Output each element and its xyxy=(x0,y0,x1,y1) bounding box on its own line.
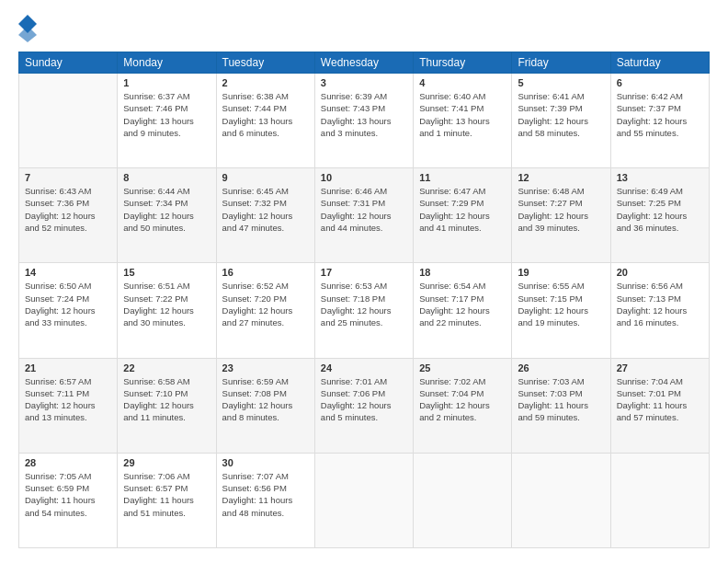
day-number: 5 xyxy=(518,77,604,88)
calendar-day-cell: 21Sunrise: 6:57 AMSunset: 7:11 PMDayligh… xyxy=(19,358,118,453)
day-number: 22 xyxy=(123,362,210,373)
calendar-header-row: SundayMondayTuesdayWednesdayThursdayFrid… xyxy=(19,52,710,74)
day-info: Sunrise: 6:57 AMSunset: 7:11 PMDaylight:… xyxy=(25,375,111,424)
day-info: Sunrise: 6:52 AMSunset: 7:20 PMDaylight:… xyxy=(222,280,309,328)
day-info: Sunrise: 6:43 AMSunset: 7:36 PMDaylight:… xyxy=(25,185,111,234)
day-number: 14 xyxy=(25,267,111,278)
logo xyxy=(18,15,40,42)
calendar-day-cell: 10Sunrise: 6:46 AMSunset: 7:31 PMDayligh… xyxy=(314,168,413,263)
day-info: Sunrise: 6:58 AMSunset: 7:10 PMDaylight:… xyxy=(123,375,210,424)
calendar-day-cell: 25Sunrise: 7:02 AMSunset: 7:04 PMDayligh… xyxy=(414,358,512,453)
day-info: Sunrise: 6:53 AMSunset: 7:18 PMDaylight:… xyxy=(321,280,407,328)
calendar-day-cell: 2Sunrise: 6:38 AMSunset: 7:44 PMDaylight… xyxy=(216,74,314,168)
calendar-day-cell xyxy=(512,453,610,547)
calendar-day-cell: 9Sunrise: 6:45 AMSunset: 7:32 PMDaylight… xyxy=(216,168,314,263)
day-number: 2 xyxy=(222,77,309,88)
day-info: Sunrise: 6:49 AMSunset: 7:25 PMDaylight:… xyxy=(617,185,703,234)
day-info: Sunrise: 7:01 AMSunset: 7:06 PMDaylight:… xyxy=(321,375,407,424)
day-info: Sunrise: 6:51 AMSunset: 7:22 PMDaylight:… xyxy=(123,280,210,328)
calendar-week-row: 14Sunrise: 6:50 AMSunset: 7:24 PMDayligh… xyxy=(19,263,710,358)
day-info: Sunrise: 6:55 AMSunset: 7:15 PMDaylight:… xyxy=(518,280,604,328)
calendar-day-cell xyxy=(19,74,118,168)
day-number: 27 xyxy=(617,362,703,373)
day-number: 12 xyxy=(518,172,604,183)
calendar-day-header: Monday xyxy=(118,52,216,74)
day-number: 16 xyxy=(222,267,309,278)
svg-marker-1 xyxy=(18,26,37,42)
day-number: 8 xyxy=(123,172,210,183)
calendar-day-cell: 7Sunrise: 6:43 AMSunset: 7:36 PMDaylight… xyxy=(19,168,118,263)
calendar-day-cell: 12Sunrise: 6:48 AMSunset: 7:27 PMDayligh… xyxy=(512,168,610,263)
calendar-table: SundayMondayTuesdayWednesdayThursdayFrid… xyxy=(18,52,710,548)
day-number: 1 xyxy=(123,77,210,88)
calendar-day-cell: 14Sunrise: 6:50 AMSunset: 7:24 PMDayligh… xyxy=(19,263,118,358)
calendar-day-cell: 29Sunrise: 7:06 AMSunset: 6:57 PMDayligh… xyxy=(118,453,216,547)
day-number: 30 xyxy=(222,457,309,468)
day-info: Sunrise: 6:39 AMSunset: 7:43 PMDaylight:… xyxy=(321,90,407,139)
calendar-day-cell: 5Sunrise: 6:41 AMSunset: 7:39 PMDaylight… xyxy=(512,74,610,168)
calendar-day-header: Tuesday xyxy=(216,52,314,74)
day-info: Sunrise: 7:05 AMSunset: 6:59 PMDaylight:… xyxy=(25,470,111,519)
calendar-day-header: Thursday xyxy=(414,52,512,74)
day-info: Sunrise: 6:42 AMSunset: 7:37 PMDaylight:… xyxy=(617,90,703,139)
day-number: 10 xyxy=(321,172,407,183)
calendar-day-cell: 28Sunrise: 7:05 AMSunset: 6:59 PMDayligh… xyxy=(19,453,118,547)
day-number: 4 xyxy=(419,77,506,88)
calendar-day-cell: 24Sunrise: 7:01 AMSunset: 7:06 PMDayligh… xyxy=(314,358,413,453)
calendar-week-row: 28Sunrise: 7:05 AMSunset: 6:59 PMDayligh… xyxy=(19,453,710,547)
calendar-day-cell: 19Sunrise: 6:55 AMSunset: 7:15 PMDayligh… xyxy=(512,263,610,358)
day-info: Sunrise: 6:59 AMSunset: 7:08 PMDaylight:… xyxy=(222,375,309,424)
day-number: 21 xyxy=(25,362,111,373)
calendar-day-cell: 17Sunrise: 6:53 AMSunset: 7:18 PMDayligh… xyxy=(314,263,413,358)
day-number: 6 xyxy=(617,77,703,88)
day-number: 29 xyxy=(123,457,210,468)
day-info: Sunrise: 7:03 AMSunset: 7:03 PMDaylight:… xyxy=(518,375,604,424)
calendar-week-row: 1Sunrise: 6:37 AMSunset: 7:46 PMDaylight… xyxy=(19,74,710,168)
day-number: 7 xyxy=(25,172,111,183)
logo-icon xyxy=(18,15,37,42)
day-number: 28 xyxy=(25,457,111,468)
day-info: Sunrise: 7:02 AMSunset: 7:04 PMDaylight:… xyxy=(419,375,506,424)
calendar-day-cell: 1Sunrise: 6:37 AMSunset: 7:46 PMDaylight… xyxy=(118,74,216,168)
day-info: Sunrise: 6:44 AMSunset: 7:34 PMDaylight:… xyxy=(123,185,210,234)
day-info: Sunrise: 7:04 AMSunset: 7:01 PMDaylight:… xyxy=(617,375,703,424)
day-info: Sunrise: 6:46 AMSunset: 7:31 PMDaylight:… xyxy=(321,185,407,234)
calendar-day-cell: 8Sunrise: 6:44 AMSunset: 7:34 PMDaylight… xyxy=(118,168,216,263)
day-info: Sunrise: 6:48 AMSunset: 7:27 PMDaylight:… xyxy=(518,185,604,234)
calendar-day-cell: 26Sunrise: 7:03 AMSunset: 7:03 PMDayligh… xyxy=(512,358,610,453)
calendar-day-cell: 11Sunrise: 6:47 AMSunset: 7:29 PMDayligh… xyxy=(414,168,512,263)
calendar-day-cell: 30Sunrise: 7:07 AMSunset: 6:56 PMDayligh… xyxy=(216,453,314,547)
day-number: 18 xyxy=(419,267,506,278)
day-info: Sunrise: 6:56 AMSunset: 7:13 PMDaylight:… xyxy=(617,280,703,328)
calendar-day-header: Sunday xyxy=(19,52,118,74)
day-number: 11 xyxy=(419,172,506,183)
calendar-day-cell: 13Sunrise: 6:49 AMSunset: 7:25 PMDayligh… xyxy=(610,168,709,263)
day-info: Sunrise: 6:41 AMSunset: 7:39 PMDaylight:… xyxy=(518,90,604,139)
day-number: 25 xyxy=(419,362,506,373)
calendar-day-cell: 3Sunrise: 6:39 AMSunset: 7:43 PMDaylight… xyxy=(314,74,413,168)
calendar-day-cell: 4Sunrise: 6:40 AMSunset: 7:41 PMDaylight… xyxy=(414,74,512,168)
day-info: Sunrise: 6:38 AMSunset: 7:44 PMDaylight:… xyxy=(222,90,309,139)
calendar-day-cell: 18Sunrise: 6:54 AMSunset: 7:17 PMDayligh… xyxy=(414,263,512,358)
calendar-day-cell xyxy=(414,453,512,547)
day-info: Sunrise: 7:07 AMSunset: 6:56 PMDaylight:… xyxy=(222,470,309,519)
day-number: 20 xyxy=(617,267,703,278)
calendar-day-header: Friday xyxy=(512,52,610,74)
calendar-day-cell: 22Sunrise: 6:58 AMSunset: 7:10 PMDayligh… xyxy=(118,358,216,453)
calendar-week-row: 7Sunrise: 6:43 AMSunset: 7:36 PMDaylight… xyxy=(19,168,710,263)
day-number: 19 xyxy=(518,267,604,278)
day-info: Sunrise: 6:40 AMSunset: 7:41 PMDaylight:… xyxy=(419,90,506,139)
day-number: 26 xyxy=(518,362,604,373)
calendar-day-cell: 15Sunrise: 6:51 AMSunset: 7:22 PMDayligh… xyxy=(118,263,216,358)
day-number: 13 xyxy=(617,172,703,183)
calendar-day-cell xyxy=(314,453,413,547)
day-number: 23 xyxy=(222,362,309,373)
calendar-day-cell: 20Sunrise: 6:56 AMSunset: 7:13 PMDayligh… xyxy=(610,263,709,358)
day-number: 9 xyxy=(222,172,309,183)
day-info: Sunrise: 6:37 AMSunset: 7:46 PMDaylight:… xyxy=(123,90,210,139)
calendar-day-header: Wednesday xyxy=(314,52,413,74)
calendar-day-cell: 27Sunrise: 7:04 AMSunset: 7:01 PMDayligh… xyxy=(610,358,709,453)
calendar-day-cell xyxy=(610,453,709,547)
day-info: Sunrise: 6:54 AMSunset: 7:17 PMDaylight:… xyxy=(419,280,506,328)
day-info: Sunrise: 6:45 AMSunset: 7:32 PMDaylight:… xyxy=(222,185,309,234)
